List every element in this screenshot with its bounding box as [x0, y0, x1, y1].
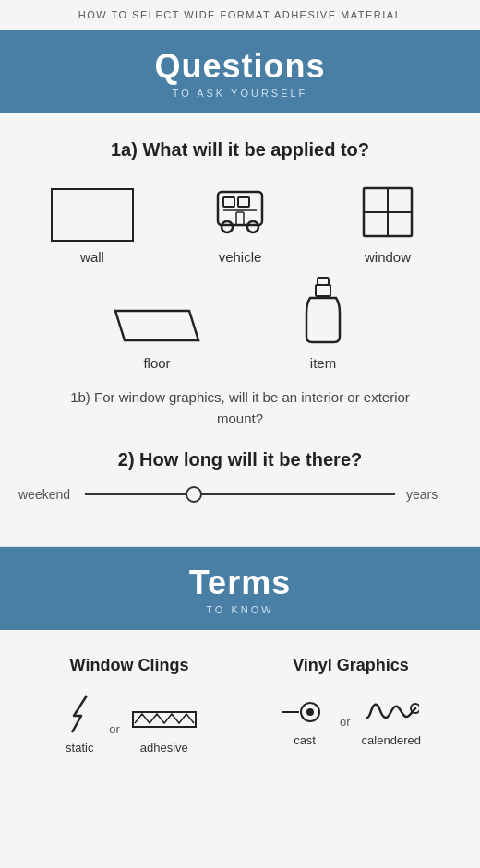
svg-rect-6 — [236, 212, 244, 225]
calendered-col: calendered — [362, 692, 421, 747]
svg-rect-12 — [316, 285, 330, 296]
adhesive-label: adhesive — [140, 741, 188, 755]
wall-label: wall — [80, 249, 104, 265]
adhesive-icon — [131, 703, 198, 736]
static-label: static — [66, 741, 93, 755]
vinyl-graphics-title: Vinyl Graphics — [293, 656, 409, 675]
svg-point-4 — [222, 221, 233, 232]
floor-label: floor — [143, 355, 170, 371]
window-clings-icons: static or adhesive — [61, 692, 198, 755]
terms-row: Window Clings static or — [18, 656, 462, 760]
or-label-1: or — [109, 722, 120, 736]
svg-point-5 — [247, 221, 258, 232]
questions-title: Questions — [18, 47, 462, 86]
question-1a: 1a) What will it be applied to? — [18, 139, 462, 161]
wall-icon — [51, 188, 134, 242]
calendered-label: calendered — [362, 733, 421, 747]
terms-body: Window Clings static or — [0, 630, 480, 786]
terms-subtitle: TO KNOW — [18, 604, 462, 615]
svg-marker-10 — [115, 311, 198, 340]
or-label-2: or — [340, 715, 351, 729]
question-2: 2) How long will it be there? — [18, 449, 462, 470]
svg-rect-1 — [223, 197, 234, 207]
vinyl-graphics-icons: cast or calendered — [281, 692, 421, 747]
calendered-icon — [364, 692, 419, 729]
item-item: item — [268, 274, 378, 371]
adhesive-col: adhesive — [131, 703, 198, 755]
cast-col: cast — [281, 696, 329, 747]
window-clings-block: Window Clings static or — [28, 656, 231, 760]
terms-title: Terms — [18, 564, 462, 602]
terms-header: Terms TO KNOW — [0, 547, 480, 630]
svg-rect-11 — [318, 278, 329, 285]
slider-right-label: years — [406, 487, 462, 502]
vehicle-icon — [210, 183, 270, 242]
window-label: window — [365, 249, 411, 265]
floor-icon — [106, 302, 208, 348]
top-bar: HOW TO SELECT WIDE FORMAT ADHESIVE MATER… — [0, 0, 480, 30]
vehicle-label: vehicle — [219, 249, 262, 265]
svg-point-16 — [306, 708, 314, 716]
vinyl-graphics-block: Vinyl Graphics cast or — [249, 656, 452, 753]
window-clings-title: Window Clings — [70, 656, 189, 675]
slider-left-label: weekend — [18, 487, 74, 502]
window-item: window — [332, 183, 443, 265]
questions-subtitle: TO ASK YOURSELF — [18, 88, 462, 99]
window-icon — [358, 183, 417, 242]
wall-item: wall — [37, 188, 148, 265]
duration-slider-row: weekend years — [18, 487, 462, 502]
applied-items-row2: floor item — [18, 274, 462, 371]
questions-header: Questions TO ASK YOURSELF — [0, 30, 480, 113]
item-icon — [301, 274, 345, 348]
static-col: static — [61, 692, 98, 755]
question-1b: 1b) For window graphics, will it be an i… — [18, 387, 462, 429]
questions-body: 1a) What will it be applied to? wall — [0, 113, 480, 546]
item-label: item — [310, 355, 336, 371]
slider-thumb[interactable] — [186, 486, 202, 503]
cast-icon — [281, 696, 329, 729]
svg-rect-2 — [238, 197, 249, 207]
slider-track[interactable] — [85, 493, 395, 495]
vehicle-item: vehicle — [185, 183, 295, 265]
applied-items-row1: wall vehicle — [18, 183, 462, 265]
static-icon — [61, 692, 98, 736]
cast-label: cast — [294, 733, 316, 747]
floor-item: floor — [102, 302, 212, 371]
